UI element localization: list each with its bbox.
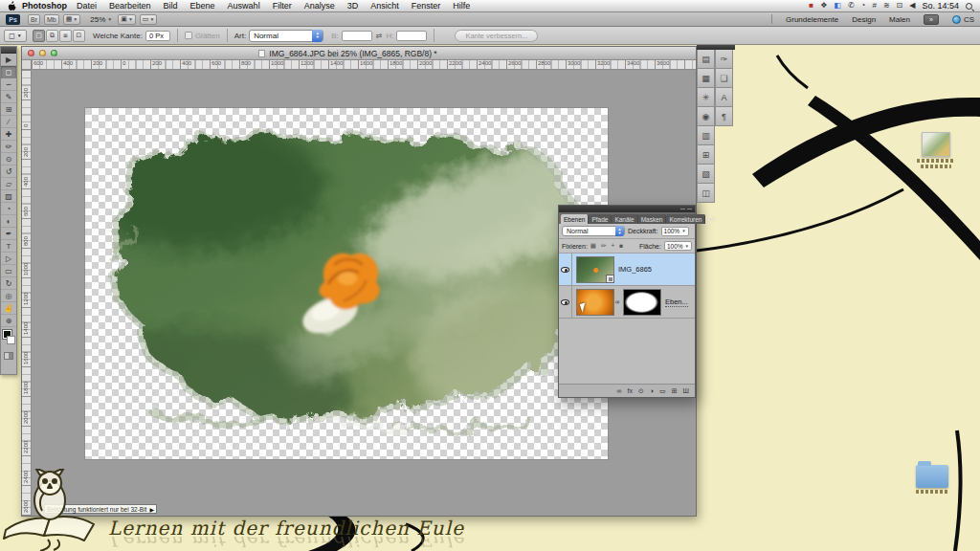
zoom-level-control[interactable]: 25%▼ [90,15,112,24]
lock-transparency-icon[interactable]: ▦ [590,242,596,250]
pen-tool[interactable]: ✒ [1,228,16,240]
layer-mask-thumbnail[interactable] [623,289,661,316]
visibility-toggle[interactable] [559,253,572,285]
wifi-icon[interactable]: ≋ [883,2,890,10]
blend-mode-select[interactable]: Normal▲▼ [562,226,625,236]
adjustments-panel-icon[interactable]: ▦ [697,69,715,88]
move-tool[interactable]: ▶ [1,54,16,66]
panel-menu-icon[interactable]: ▾≡ [705,215,718,224]
info-panel-icon[interactable]: ◉ [697,107,715,126]
phone-icon[interactable]: ✆ [848,2,855,10]
close-button[interactable] [28,50,34,56]
refine-edge-button[interactable]: Kante verbessern... [455,30,538,42]
3d-orbit-tool[interactable]: ◎ [1,290,16,302]
new-selection-mode[interactable]: ▢ [33,30,45,42]
paragraph-panel-icon[interactable]: ¶ [715,107,733,126]
tab-korrekturen[interactable]: Korrekturen [666,214,705,224]
ruler-origin-box[interactable] [22,60,32,70]
menu-item[interactable]: Ansicht [370,1,399,11]
app-menu-title[interactable]: Photoshop [22,1,67,11]
horizontal-ruler[interactable]: 6004002000200400600800100012001400160018… [32,60,696,70]
swap-dimensions-icon[interactable]: ⇄ [376,32,383,40]
zoom-window-button[interactable] [51,50,57,56]
tab-masken[interactable]: Masken [638,214,667,224]
gradient-tool[interactable]: ▨ [1,190,16,203]
desktop-folder-icon[interactable] [909,465,955,494]
histogram-panel-icon[interactable]: ▥ [697,126,715,145]
eraser-tool[interactable]: ▱ [1,178,16,190]
panel-grip[interactable] [559,206,695,212]
menu-item[interactable]: Auswahl [228,1,260,11]
layer-name[interactable]: Eben... [665,298,688,307]
apple-menu-icon[interactable] [8,1,16,11]
type-tool[interactable]: T [1,240,16,253]
background-color-swatch[interactable] [7,336,15,344]
workspace-button[interactable]: Malen [889,15,910,24]
menu-item[interactable]: 3D [347,1,359,11]
lock-all-icon[interactable]: ■ [619,242,623,250]
image-transparency-checkerboard[interactable] [85,108,608,459]
visibility-toggle[interactable] [559,286,572,318]
style-select[interactable]: Normal▲▼ [249,30,323,42]
minimize-button[interactable] [39,50,46,56]
quick-selection-tool[interactable]: ✎ [1,91,16,103]
tab-pfade[interactable]: Pfade [589,214,612,224]
height-input[interactable] [396,31,427,41]
lock-position-icon[interactable]: + [611,242,614,250]
menu-item[interactable]: Bild [164,1,178,11]
add-selection-mode[interactable]: ⧉ [46,30,58,42]
arrange-documents-button[interactable]: ▣▼ [118,14,136,25]
tab-ebenen[interactable]: Ebenen [561,214,589,224]
3d-rotate-tool[interactable]: ↻ [1,277,16,290]
menu-item[interactable]: Hilfe [453,1,470,11]
menu-item[interactable]: Bearbeiten [109,1,151,11]
screen-mode-button[interactable]: ▭▼ [140,14,158,25]
time-machine-icon[interactable]: ◔ [861,2,866,10]
menu-item[interactable]: Analyse [304,1,335,11]
link-layers-icon[interactable]: ∞ [617,386,622,396]
subtract-selection-mode[interactable]: ⧈ [59,30,72,42]
brush-panel-icon[interactable]: ✑ [715,50,733,69]
sync-icon[interactable]: ❖ [820,2,827,10]
tab-kanaele[interactable]: Kanäle [612,214,637,224]
layer-style-icon[interactable]: fx [628,386,633,396]
workspace-button[interactable]: Grundelemente [786,15,838,24]
swatches-panel-icon[interactable]: ▤ [697,50,715,69]
history-brush-tool[interactable]: ↺ [1,165,16,178]
shape-tool[interactable]: ▭ [1,265,16,277]
recording-icon[interactable]: ■ [809,2,813,10]
opacity-input[interactable]: 100%▼ [661,227,689,236]
width-input[interactable] [342,31,372,41]
minibridge-button[interactable]: Mb [44,14,59,25]
delete-layer-icon[interactable]: Ш [683,386,689,396]
workspace-overflow-button[interactable]: » [924,14,939,25]
vertical-ruler[interactable]: 2000200400600800100012001400160018002000… [22,70,32,516]
blur-tool[interactable]: ◔ [1,203,16,215]
document-title-bar[interactable]: IMG_6864.JPG bei 25% (IMG_6865, RGB/8) * [22,47,696,60]
monitor-icon[interactable]: ⊡ [897,2,903,10]
dodge-tool[interactable]: ◐ [1,215,16,228]
layer-row-img-6865[interactable]: IMG_6865 [559,253,695,286]
intersect-selection-mode[interactable]: ⊡ [73,30,85,42]
menu-item[interactable]: Ebene [190,1,215,11]
cs-live-button[interactable]: CS [952,15,974,24]
hand-tool[interactable]: ✌ [1,302,16,315]
path-selection-tool[interactable]: ▷ [1,253,16,265]
layer-name[interactable]: IMG_6865 [618,265,652,274]
tools-palette-header[interactable] [1,47,16,54]
add-mask-icon[interactable]: ⊙ [638,386,644,396]
display-icon[interactable]: ◧ [834,2,841,10]
eyedropper-tool[interactable]: ∕ [1,116,16,128]
active-tool-preset[interactable]: ◻▼ [4,30,27,42]
spotlight-icon[interactable] [966,3,972,10]
keyboard-icon[interactable]: # [872,2,876,10]
view-extras-button[interactable]: ▦▼ [63,14,81,25]
menu-item[interactable]: Filter [273,1,292,11]
zoom-tool[interactable]: ⊕ [1,315,16,327]
menu-item[interactable]: Fenster [412,1,441,11]
layer-thumbnail[interactable] [576,289,614,316]
desktop-file-icon[interactable] [913,132,959,168]
new-layer-icon[interactable]: ⊞ [672,386,678,396]
history-panel-icon[interactable]: ◫ [697,184,715,203]
healing-brush-tool[interactable]: ✚ [1,128,16,141]
